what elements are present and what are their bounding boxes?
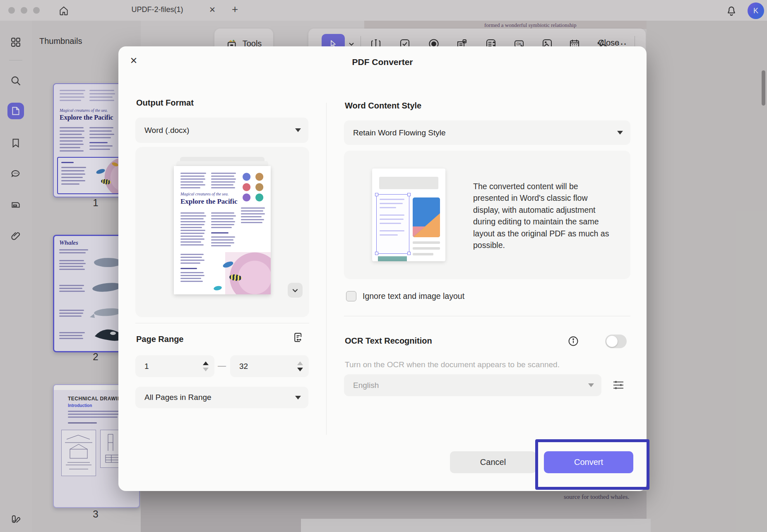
illustration-photo-block — [378, 256, 407, 261]
ocr-hint-text: Turn on the OCR when the document appear… — [345, 360, 560, 369]
ocr-info-icon[interactable] — [567, 335, 579, 347]
dropdown-arrow-icon — [588, 383, 594, 387]
illustration-image-block — [413, 197, 440, 237]
ocr-heading: OCR Text Recognition — [345, 336, 432, 346]
ignore-layout-checkbox[interactable] — [346, 291, 356, 301]
toggle-knob — [606, 336, 618, 347]
ocr-language-select[interactable]: English — [344, 374, 601, 396]
range-separator: — — [218, 361, 226, 371]
coral-photo — [225, 252, 271, 294]
cancel-button[interactable]: Cancel — [450, 451, 536, 473]
left-divider — [135, 323, 309, 323]
style-description-panel: The converted content will be presented … — [344, 151, 630, 279]
dropdown-arrow-icon — [617, 131, 623, 135]
output-format-value: Word (.docx) — [135, 126, 189, 135]
preview-next-chevron-button[interactable] — [288, 283, 303, 298]
to-stepper[interactable] — [297, 355, 303, 377]
ocr-advanced-settings-icon[interactable] — [611, 378, 626, 392]
convert-highlight-annotation — [535, 439, 649, 490]
ocr-toggle[interactable] — [605, 335, 627, 348]
column-divider — [326, 103, 327, 435]
page-range-mode-select[interactable]: All Pages in Range — [135, 387, 308, 408]
word-style-value: Retain Word Flowing Style — [344, 128, 446, 137]
app-window: UPDF-2-files(1) ✕ + K formed a wonderful… — [0, 0, 767, 532]
preview-subtitle: Magical creatures of the sea. — [180, 192, 228, 196]
word-content-style-heading: Word Content Style — [345, 101, 421, 111]
page-range-icon[interactable] — [292, 331, 305, 344]
format-preview-card: Magical creatures of the sea. Explore th… — [135, 147, 309, 317]
right-divider — [344, 316, 630, 316]
style-description-text: The converted content will be presented … — [473, 181, 616, 251]
ignore-layout-label: Ignore text and image layout — [363, 291, 464, 301]
preview-page: Magical creatures of the sea. Explore th… — [174, 166, 271, 294]
page-range-to-value: 32 — [230, 362, 248, 371]
style-illustration — [372, 169, 445, 261]
word-style-select[interactable]: Retain Word Flowing Style — [344, 120, 630, 145]
ocr-language-value: English — [344, 381, 379, 390]
output-format-heading: Output Format — [136, 98, 194, 108]
preview-title: Explore the Pacific — [180, 197, 238, 206]
coral-grid-illustration — [241, 171, 267, 203]
dropdown-arrow-icon — [295, 396, 301, 400]
from-stepper[interactable] — [203, 355, 209, 377]
page-range-to-input[interactable]: 32 — [230, 355, 309, 377]
page-range-heading: Page Range — [136, 335, 183, 344]
pdf-converter-dialog: ✕ PDF Converter Output Format Word (.doc… — [118, 46, 647, 491]
page-range-from-input[interactable]: 1 — [135, 355, 214, 377]
dialog-title: PDF Converter — [118, 57, 647, 67]
page-range-mode-value: All Pages in Range — [135, 393, 212, 402]
output-format-select[interactable]: Word (.docx) — [135, 118, 308, 143]
ignore-layout-row: Ignore text and image layout — [346, 291, 464, 301]
dropdown-arrow-icon — [295, 128, 301, 132]
page-range-from-value: 1 — [135, 362, 149, 371]
